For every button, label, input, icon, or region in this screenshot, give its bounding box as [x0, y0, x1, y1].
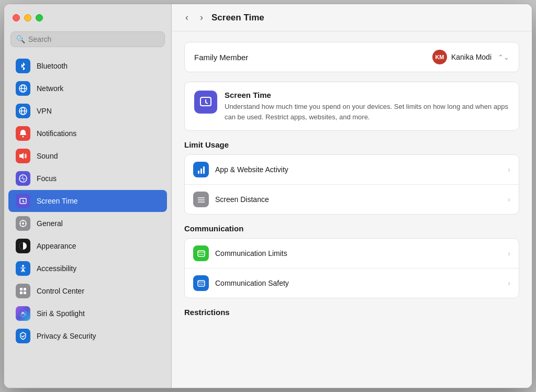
screen-time-card-text: Screen Time Understand how much time you… [225, 91, 509, 122]
bluetooth-icon [16, 59, 30, 73]
communication-list: Communication Limits › Communication Sa [184, 238, 519, 298]
svg-point-31 [200, 254, 202, 255]
sidebar-item-network[interactable]: Network [8, 77, 167, 99]
sound-icon [16, 149, 30, 163]
app-window: 🔍 Bluetooth [4, 4, 532, 388]
screen-distance-label: Screen Distance [215, 195, 501, 204]
svg-rect-33 [198, 281, 205, 286]
sidebar: 🔍 Bluetooth [4, 4, 172, 388]
sidebar-item-sound-label: Sound [37, 152, 58, 160]
sidebar-item-privacy[interactable]: Privacy & Security [8, 325, 167, 347]
svg-marker-7 [19, 153, 24, 159]
screen-distance-chevron-icon: › [508, 195, 510, 204]
app-website-activity-row[interactable]: App & Website Activity › [185, 155, 519, 184]
svg-point-10 [22, 222, 24, 225]
sidebar-item-notifications-label: Notifications [37, 129, 76, 138]
sidebar-item-control-center-label: Control Center [37, 287, 84, 295]
family-member-label: Family Member [194, 53, 248, 62]
sidebar-item-general[interactable]: General [8, 212, 167, 234]
app-website-chevron-icon: › [508, 165, 510, 174]
appearance-icon [16, 239, 30, 253]
sidebar-item-focus[interactable]: Focus [8, 167, 167, 189]
svg-rect-17 [20, 288, 23, 290]
family-member-row[interactable]: Family Member KM Kanika Modi ⌃⌄ [184, 42, 519, 72]
svg-rect-24 [200, 169, 202, 174]
sidebar-item-screen-time[interactable]: Screen Time [8, 190, 167, 212]
communication-safety-chevron-icon: › [508, 279, 510, 287]
sidebar-item-vpn[interactable]: VPN [8, 100, 167, 122]
sidebar-item-focus-label: Focus [37, 174, 57, 183]
app-website-label: App & Website Activity [215, 165, 501, 174]
forward-button[interactable]: › [197, 11, 206, 24]
svg-rect-20 [24, 292, 26, 294]
sidebar-item-bluetooth-label: Bluetooth [37, 62, 68, 70]
search-input[interactable] [28, 35, 159, 43]
sidebar-list: Bluetooth Network [4, 52, 171, 388]
notifications-icon [16, 126, 30, 141]
minimize-button[interactable] [24, 14, 31, 21]
accessibility-icon [16, 261, 30, 276]
sidebar-item-appearance-label: Appearance [37, 242, 76, 250]
page-title: Screen Time [211, 13, 264, 23]
communication-safety-row[interactable]: Communication Safety › [185, 268, 519, 298]
restrictions-header: Restrictions [184, 308, 519, 317]
communication-safety-icon [193, 275, 209, 291]
limit-usage-header: Limit Usage [184, 140, 519, 149]
family-user-selector[interactable]: KM Kanika Modi ⌃⌄ [432, 50, 509, 64]
sidebar-item-accessibility[interactable]: Accessibility [8, 257, 167, 279]
search-bar[interactable]: 🔍 [10, 31, 165, 47]
sidebar-item-notifications[interactable]: Notifications [8, 122, 167, 144]
communication-limits-label: Communication Limits [215, 249, 501, 257]
network-icon [16, 81, 30, 96]
communication-limits-row[interactable]: Communication Limits › [185, 239, 519, 268]
svg-point-35 [200, 284, 202, 285]
sidebar-item-vpn-label: VPN [37, 107, 52, 115]
privacy-icon [16, 329, 30, 343]
close-button[interactable] [13, 14, 20, 21]
screen-time-card-title: Screen Time [225, 91, 509, 99]
svg-point-6 [23, 136, 24, 138]
avatar: KM [432, 50, 447, 64]
svg-point-36 [202, 284, 203, 285]
search-icon: 🔍 [16, 35, 25, 43]
sidebar-item-bluetooth[interactable]: Bluetooth [8, 55, 167, 77]
limit-usage-list: App & Website Activity › Screen Distance… [184, 154, 519, 215]
sidebar-item-sound[interactable]: Sound [8, 145, 167, 167]
sidebar-item-accessibility-label: Accessibility [37, 264, 76, 273]
sidebar-item-siri-label: Siri & Spotlight [37, 309, 85, 318]
svg-rect-25 [203, 166, 205, 174]
screen-distance-row[interactable]: Screen Distance › [185, 184, 519, 214]
communication-limits-icon [193, 245, 209, 261]
sidebar-item-siri[interactable]: Siri & Spotlight [8, 303, 167, 324]
sidebar-item-privacy-label: Privacy & Security [37, 332, 96, 340]
communication-header: Communication [184, 224, 519, 233]
screen-distance-icon [193, 192, 209, 207]
control-center-icon [16, 284, 30, 298]
sidebar-item-general-label: General [37, 219, 63, 228]
maximize-button[interactable] [36, 14, 43, 21]
vpn-icon [16, 104, 30, 118]
svg-point-16 [22, 265, 24, 267]
sidebar-item-network-label: Network [37, 84, 63, 93]
titlebar [4, 4, 171, 31]
svg-rect-23 [198, 171, 199, 174]
back-button[interactable]: ‹ [182, 11, 192, 24]
svg-point-32 [202, 254, 203, 255]
chevron-updown-icon: ⌃⌄ [498, 53, 509, 61]
general-icon [16, 216, 30, 231]
svg-point-30 [199, 254, 200, 255]
focus-icon [16, 171, 30, 186]
screen-time-card-icon [194, 91, 217, 114]
svg-point-34 [199, 284, 200, 285]
svg-rect-19 [20, 292, 23, 294]
sidebar-item-control-center[interactable]: Control Center [8, 280, 167, 302]
sidebar-item-screen-time-label: Screen Time [37, 197, 78, 205]
screen-time-card: Screen Time Understand how much time you… [184, 82, 519, 131]
communication-limits-chevron-icon: › [508, 249, 510, 257]
svg-rect-18 [24, 288, 26, 290]
sidebar-item-appearance[interactable]: Appearance [8, 235, 167, 257]
app-website-icon [193, 162, 209, 177]
main-panel: ‹ › Screen Time Family Member KM Kanika … [172, 4, 532, 388]
traffic-lights [13, 14, 43, 21]
screen-time-icon [16, 194, 30, 208]
